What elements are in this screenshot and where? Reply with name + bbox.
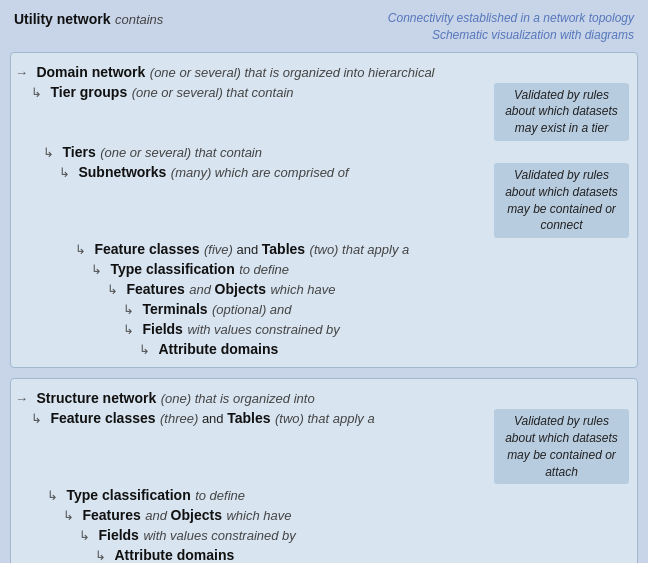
type-classification-structure-italic: to define <box>195 488 245 503</box>
tiers-italic: (one or several) that contain <box>100 145 262 160</box>
terminals-italic: (optional) and <box>212 302 292 317</box>
type-classification-domain-italic: to define <box>239 262 289 277</box>
objects-structure-label: Objects <box>171 507 222 523</box>
arrow-terminals: ↳ <box>123 302 134 317</box>
utility-network-header: Utility network contains <box>14 10 163 28</box>
subnetworks-label: Subnetworks <box>78 164 166 180</box>
tiers-row: ↳ Tiers (one or several) that contain <box>15 143 629 161</box>
arrow-type-class-structure: ↳ <box>47 488 58 503</box>
tier-groups-italic: (one or several) that contain <box>132 85 294 100</box>
fields-structure-row: ↳ Fields with values constrained by <box>15 526 629 544</box>
subnetworks-validated: Validated by rules about which datasets … <box>494 163 629 238</box>
fields-structure-label: Fields <box>98 527 138 543</box>
subnetworks-row: ↳ Subnetworks (many) which are comprised… <box>15 163 629 238</box>
utility-network-title: Utility network <box>14 11 110 27</box>
main-container: Utility network contains Connectivity es… <box>10 10 638 563</box>
tier-groups-row: ↳ Tier groups (one or several) that cont… <box>15 83 629 141</box>
arrow-tier-groups: ↳ <box>31 85 42 100</box>
domain-network-row: → Domain network (one or several) that i… <box>15 63 629 81</box>
type-classification-structure-row: ↳ Type classification to define <box>15 486 629 504</box>
arrow-attr-domain: ↳ <box>139 342 150 357</box>
tables-italic: (two) that apply a <box>310 242 410 257</box>
tier-groups-validated: Validated by rules about which datasets … <box>494 83 629 141</box>
features-objects-structure-row: ↳ Features and Objects which have <box>15 506 629 524</box>
structure-validated: Validated by rules about which datasets … <box>494 409 629 484</box>
feature-classes-structure-label: Feature classes <box>50 410 155 426</box>
attribute-domains-structure-label: Attribute domains <box>114 547 234 563</box>
features-structure-and: and <box>145 508 170 523</box>
features-domain-and: and <box>189 282 214 297</box>
feature-classes-and: and <box>236 242 261 257</box>
type-classification-domain-label: Type classification <box>110 261 234 277</box>
type-classification-domain-row: ↳ Type classification to define <box>15 260 629 278</box>
fields-domain-italic: with values constrained by <box>187 322 339 337</box>
feature-classes-structure-row: ↳ Feature classes (three) and Tables (tw… <box>15 409 629 484</box>
structure-network-italic: (one) that is organized into <box>161 391 315 406</box>
terminals-label: Terminals <box>142 301 207 317</box>
attribute-domains-domain-row: ↳ Attribute domains <box>15 340 629 358</box>
arrow-features-domain: ↳ <box>107 282 118 297</box>
objects-domain-italic: which have <box>270 282 335 297</box>
tables-label: Tables <box>262 241 305 257</box>
tables-structure-label: Tables <box>227 410 270 426</box>
structure-network-section: → Structure network (one) that is organi… <box>10 378 638 563</box>
objects-structure-italic: which have <box>226 508 291 523</box>
fc-structure-italic: (three) <box>160 411 202 426</box>
utility-network-subtitle: contains <box>115 12 163 27</box>
arrow-structure: → <box>15 391 28 406</box>
arrow-feature-classes: ↳ <box>75 242 86 257</box>
arrow-attr-structure: ↳ <box>95 548 106 563</box>
arrow-fields-domain: ↳ <box>123 322 134 337</box>
arrow-fc-structure: ↳ <box>31 411 42 426</box>
connectivity-note: Connectivity established in a network to… <box>388 10 634 44</box>
domain-network-label: Domain network <box>36 64 145 80</box>
subnetworks-italic: (many) which are comprised of <box>171 165 349 180</box>
structure-network-label: Structure network <box>36 390 156 406</box>
feature-classes-italic: (five) <box>204 242 237 257</box>
attribute-domains-structure-row: ↳ Attribute domains <box>15 546 629 563</box>
arrow-type-class-domain: ↳ <box>91 262 102 277</box>
attribute-domains-domain-label: Attribute domains <box>158 341 278 357</box>
fields-structure-italic: with values constrained by <box>143 528 295 543</box>
tier-groups-label: Tier groups <box>50 84 127 100</box>
features-domain-label: Features <box>126 281 184 297</box>
feature-classes-row: ↳ Feature classes (five) and Tables (two… <box>15 240 629 258</box>
domain-network-section: → Domain network (one or several) that i… <box>10 52 638 369</box>
terminals-row: ↳ Terminals (optional) and <box>15 300 629 318</box>
arrow-fields-structure: ↳ <box>79 528 90 543</box>
features-objects-domain-row: ↳ Features and Objects which have <box>15 280 629 298</box>
arrow-domain: → <box>15 65 28 80</box>
fc-structure-and: and <box>202 411 227 426</box>
tables-structure-italic: (two) that apply a <box>275 411 375 426</box>
fields-domain-row: ↳ Fields with values constrained by <box>15 320 629 338</box>
header-row: Utility network contains Connectivity es… <box>10 10 638 44</box>
domain-network-italic: (one or several) that is organized into … <box>150 65 435 80</box>
tiers-label: Tiers <box>62 144 95 160</box>
feature-classes-label: Feature classes <box>94 241 199 257</box>
arrow-features-structure: ↳ <box>63 508 74 523</box>
type-classification-structure-label: Type classification <box>66 487 190 503</box>
fields-domain-label: Fields <box>142 321 182 337</box>
structure-network-row: → Structure network (one) that is organi… <box>15 389 629 407</box>
features-structure-label: Features <box>82 507 140 523</box>
arrow-tiers: ↳ <box>43 145 54 160</box>
arrow-subnetworks: ↳ <box>59 165 70 180</box>
objects-domain-label: Objects <box>215 281 266 297</box>
